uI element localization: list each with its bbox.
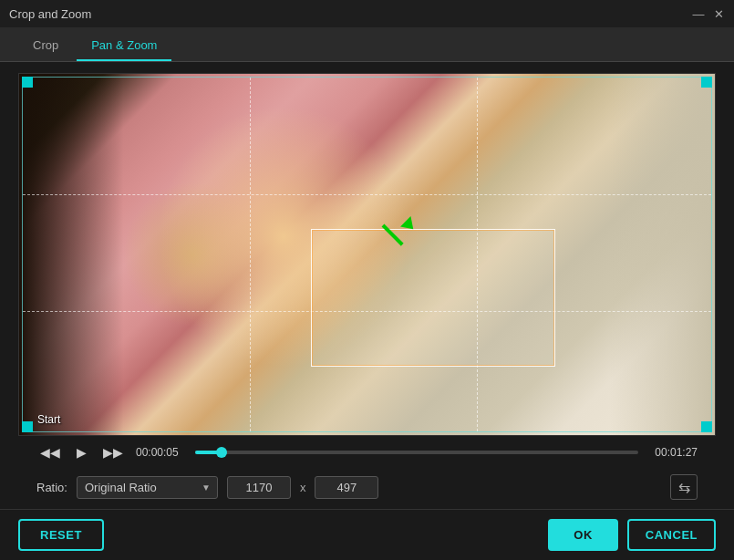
ratio-select-wrapper: Original Ratio 16:9 4:3 1:1 9:16 Custom — [77, 476, 218, 499]
ratio-bar: Ratio: Original Ratio 16:9 4:3 1:1 9:16 … — [18, 469, 716, 509]
window-title: Crop and Zoom — [9, 7, 91, 21]
height-input[interactable] — [315, 476, 378, 499]
footer-right: OK CANCEL — [548, 519, 716, 551]
width-input[interactable] — [227, 476, 291, 499]
reset-button[interactable]: RESET — [18, 519, 104, 551]
seek-bar[interactable] — [195, 451, 638, 454]
step-back-button[interactable]: ◀◀ — [36, 443, 64, 461]
footer: RESET OK CANCEL — [0, 509, 734, 560]
main-content: Start ◀◀ ▶ ▶▶ 00:00:05 00:01:27 Ratio: O… — [0, 62, 734, 509]
tab-crop[interactable]: Crop — [18, 31, 73, 61]
title-bar: Crop and Zoom — ✕ — [0, 0, 734, 27]
controls-bar: ◀◀ ▶ ▶▶ 00:00:05 00:01:27 — [18, 436, 716, 469]
ok-button[interactable]: OK — [548, 519, 618, 551]
minimize-button[interactable]: — — [692, 7, 705, 20]
ratio-label: Ratio: — [36, 481, 67, 494]
video-container[interactable]: Start — [18, 73, 716, 436]
seek-thumb[interactable] — [216, 447, 227, 458]
ratio-select[interactable]: Original Ratio 16:9 4:3 1:1 9:16 Custom — [77, 476, 218, 499]
title-bar-controls: — ✕ — [692, 7, 725, 20]
tab-bar: Crop Pan & Zoom — [0, 27, 734, 62]
swap-dimensions-button[interactable]: ⇆ — [670, 474, 698, 500]
cancel-button[interactable]: CANCEL — [627, 519, 716, 551]
step-forward-button[interactable]: ▶▶ — [99, 443, 127, 461]
current-time: 00:00:05 — [136, 446, 186, 459]
tab-pan-zoom[interactable]: Pan & Zoom — [77, 31, 171, 61]
dimension-separator: x — [300, 481, 306, 494]
video-scene — [19, 74, 715, 435]
video-background: Start — [19, 74, 715, 435]
total-time: 00:01:27 — [647, 446, 698, 459]
play-button[interactable]: ▶ — [73, 443, 90, 461]
close-button[interactable]: ✕ — [712, 7, 725, 20]
